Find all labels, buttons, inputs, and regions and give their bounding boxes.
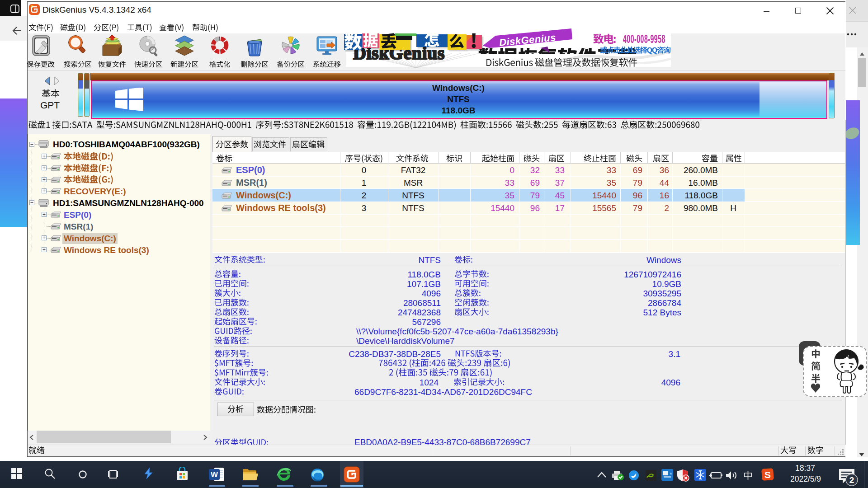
svg-text:2: 2 <box>849 475 854 485</box>
svg-text:e: e <box>670 472 672 475</box>
svg-text:W: W <box>211 470 218 479</box>
